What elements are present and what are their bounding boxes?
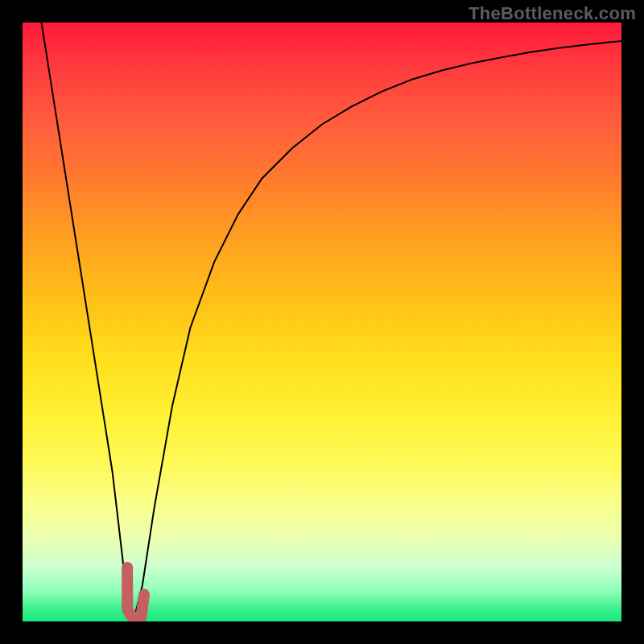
plot-area	[23, 23, 621, 621]
chart-frame: TheBottleneck.com	[0, 0, 644, 644]
curve-svg	[23, 23, 621, 621]
curve-path-group	[40, 23, 621, 621]
curve-path	[40, 23, 621, 621]
watermark-text: TheBottleneck.com	[469, 3, 636, 24]
